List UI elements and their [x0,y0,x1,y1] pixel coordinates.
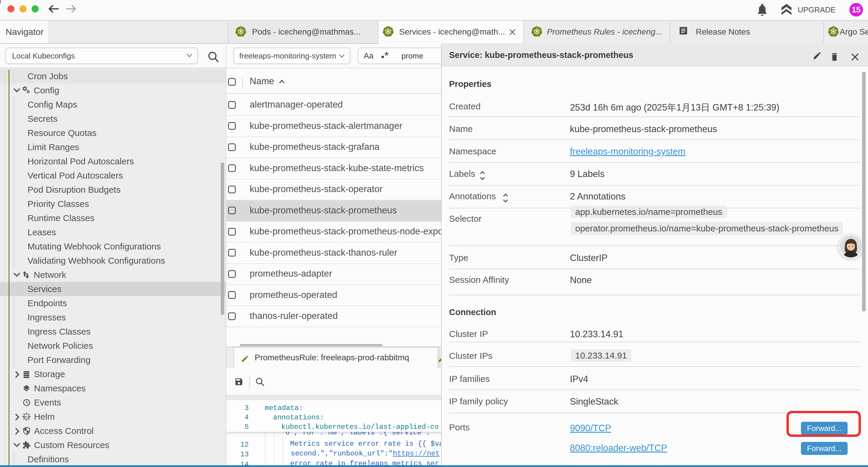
svg-text:HELM: HELM [23,415,30,418]
